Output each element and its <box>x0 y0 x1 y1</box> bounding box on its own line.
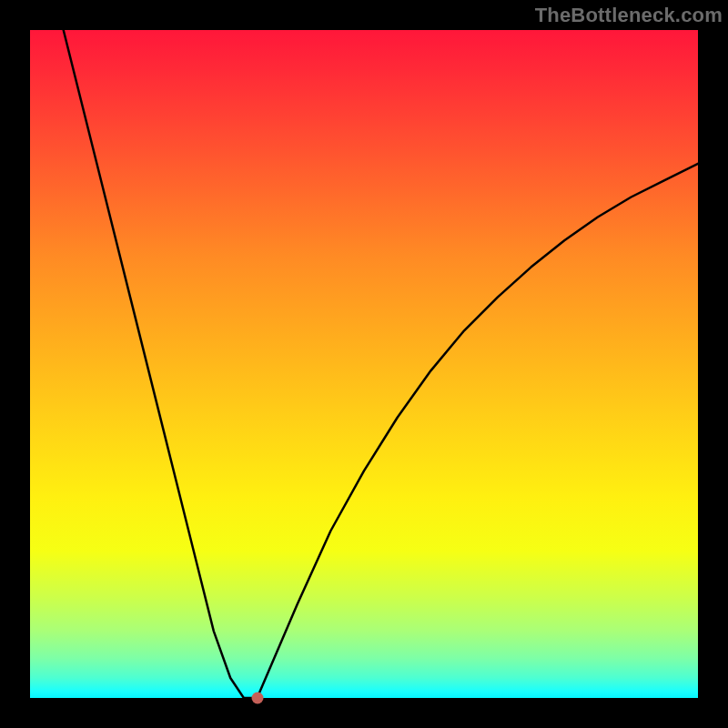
attribution-text: TheBottleneck.com <box>535 4 723 27</box>
chart-frame: TheBottleneck.com <box>0 0 728 728</box>
curve-line <box>64 30 698 698</box>
bottleneck-curve <box>30 30 698 698</box>
chart-plot-area <box>30 30 698 698</box>
optimal-point-marker <box>251 693 263 704</box>
